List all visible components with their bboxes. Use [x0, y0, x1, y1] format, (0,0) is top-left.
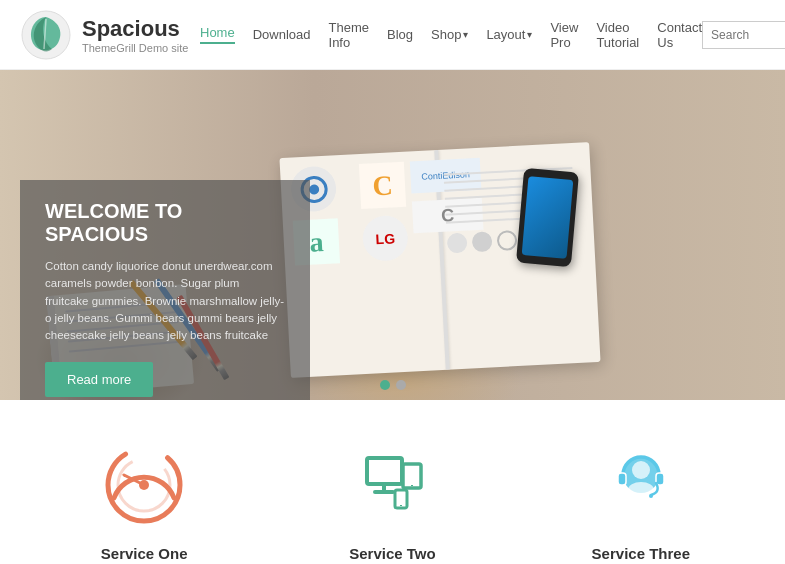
nav-view-pro[interactable]: View Pro: [550, 20, 578, 50]
services-section: Service One Tiramisu Chocolate bar caram…: [0, 400, 785, 564]
hero-phone-decor: [516, 168, 579, 267]
book-logo-lg: LG: [362, 215, 409, 262]
hero-title: WELCOME TO SPACIOUS: [45, 200, 285, 246]
shop-chevron-icon: ▾: [463, 29, 468, 40]
search-input[interactable]: [702, 21, 785, 49]
site-header: Spacious ThemeGrill Demo site Home Downl…: [0, 0, 785, 70]
svg-rect-11: [403, 464, 421, 488]
nav-shop[interactable]: Shop ▾: [431, 27, 468, 42]
site-name: Spacious: [82, 16, 188, 42]
service-three-title: Service Three: [526, 545, 756, 562]
nav-layout[interactable]: Layout ▾: [486, 27, 532, 42]
book-logo-c-orange: C: [359, 162, 406, 209]
nav-contact-us[interactable]: Contact Us: [657, 20, 702, 50]
svg-rect-8: [367, 458, 402, 484]
nav-video-tutorial[interactable]: Video Tutorial: [596, 20, 639, 50]
hero-dot-2[interactable]: [396, 380, 406, 390]
service-three: Service Three Chocolate bar caramels fru…: [526, 440, 756, 564]
svg-point-20: [649, 494, 653, 498]
service-one-title: Service One: [29, 545, 259, 562]
service-two: Service Two Chocolate bar caramels fruit…: [277, 440, 507, 564]
search-area: 🔍: [702, 21, 785, 49]
nav-download[interactable]: Download: [253, 27, 311, 42]
hero-cta-button[interactable]: Read more: [45, 362, 153, 397]
logo-text: Spacious ThemeGrill Demo site: [82, 16, 188, 54]
hero-overlay: WELCOME TO SPACIOUS Cotton candy liquori…: [20, 180, 310, 400]
service-two-title: Service Two: [277, 545, 507, 562]
hero-slide-dots: [380, 380, 406, 390]
site-logo-icon: [20, 9, 72, 61]
nav-theme-info[interactable]: Theme Info: [329, 20, 369, 50]
site-tagline: ThemeGrill Demo site: [82, 42, 188, 54]
layout-chevron-icon: ▾: [527, 29, 532, 40]
svg-rect-18: [618, 473, 626, 485]
service-three-icon: [596, 440, 686, 530]
service-one: Service One Tiramisu Chocolate bar caram…: [29, 440, 259, 564]
svg-point-7: [139, 480, 149, 490]
nav-home[interactable]: Home: [200, 25, 235, 44]
logo-area: Spacious ThemeGrill Demo site: [20, 9, 200, 61]
hero-section: C a LG ContiEdison C: [0, 70, 785, 400]
main-nav: Home Download Theme Info Blog Shop ▾ Lay…: [200, 20, 702, 50]
nav-blog[interactable]: Blog: [387, 27, 413, 42]
svg-point-16: [632, 461, 650, 479]
hero-dot-1[interactable]: [380, 380, 390, 390]
service-one-icon: [99, 440, 189, 530]
service-two-icon: [347, 440, 437, 530]
hero-body: Cotton candy liquorice donut unerdwear.c…: [45, 258, 285, 344]
